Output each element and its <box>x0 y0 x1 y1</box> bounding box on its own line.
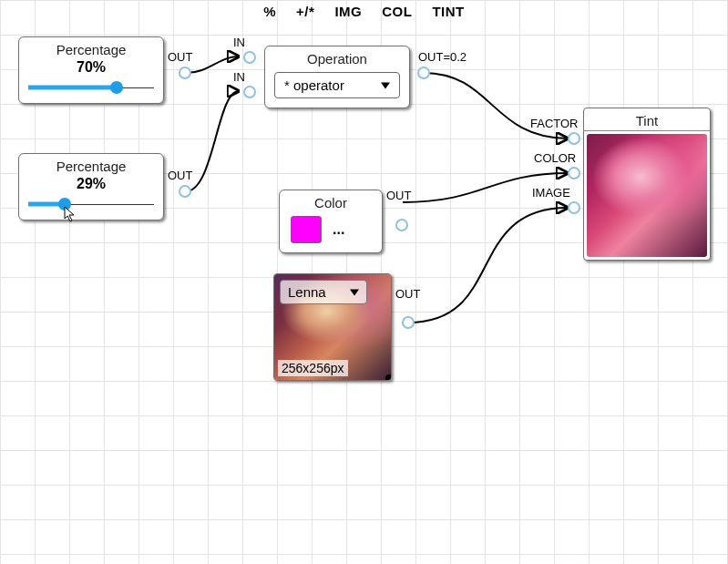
port-out[interactable] <box>179 185 191 198</box>
percentage-value: 29% <box>19 176 163 198</box>
percentage-slider[interactable] <box>28 81 154 94</box>
toolbar-item-percent[interactable]: % <box>263 4 276 19</box>
port-label-image: IMAGE <box>532 186 570 200</box>
color-node[interactable]: Color ... <box>279 190 383 253</box>
image-source-select[interactable]: Lenna <box>280 280 367 304</box>
toolbar: % +/* IMG COL TINT <box>0 4 728 19</box>
port-label-color: COLOR <box>534 151 576 165</box>
port-out[interactable] <box>395 219 408 231</box>
node-title: Percentage <box>19 154 163 176</box>
color-swatch[interactable] <box>291 216 322 243</box>
node-title: Tint <box>584 108 710 131</box>
tint-node[interactable]: Tint <box>583 108 711 261</box>
port-out[interactable] <box>179 67 191 79</box>
node-title: Color <box>280 190 382 212</box>
port-label-out: OUT=0.2 <box>418 50 467 64</box>
toolbar-item-img[interactable]: IMG <box>334 4 362 19</box>
toolbar-item-col[interactable]: COL <box>382 4 412 19</box>
operator-selected-label: * operator <box>284 77 344 93</box>
port-out[interactable] <box>402 316 415 329</box>
port-label-out: OUT <box>168 50 192 64</box>
port-out[interactable] <box>417 67 430 79</box>
operation-node[interactable]: Operation * operator <box>264 46 410 108</box>
image-node[interactable]: Lenna 256x256px <box>273 273 392 381</box>
toolbar-item-math[interactable]: +/* <box>296 4 314 19</box>
port-label-in: IN <box>233 36 245 49</box>
port-in-factor[interactable] <box>568 132 580 145</box>
port-label-out: OUT <box>395 287 420 301</box>
port-in-color[interactable] <box>568 167 580 179</box>
port-label-out: OUT <box>168 169 192 182</box>
percentage-slider[interactable] <box>28 198 154 210</box>
node-title: Percentage <box>19 37 163 59</box>
operator-select[interactable]: * operator <box>274 72 400 98</box>
image-source-label: Lenna <box>288 284 326 300</box>
port-in-image[interactable] <box>568 201 580 214</box>
port-label-in: IN <box>233 70 245 84</box>
toolbar-item-tint[interactable]: TINT <box>432 4 464 19</box>
percentage-value: 70% <box>19 59 163 81</box>
color-picker-button[interactable]: ... <box>333 221 344 238</box>
percentage-node-1[interactable]: Percentage 70% <box>18 36 164 104</box>
port-in[interactable] <box>243 51 256 64</box>
port-in[interactable] <box>243 86 256 98</box>
node-title: Operation <box>265 46 409 68</box>
percentage-node-2[interactable]: Percentage 29% <box>18 153 164 220</box>
tint-preview <box>587 134 707 257</box>
port-label-factor: FACTOR <box>530 117 579 130</box>
port-label-out: OUT <box>386 189 411 202</box>
image-dimensions: 256x256px <box>278 360 348 376</box>
